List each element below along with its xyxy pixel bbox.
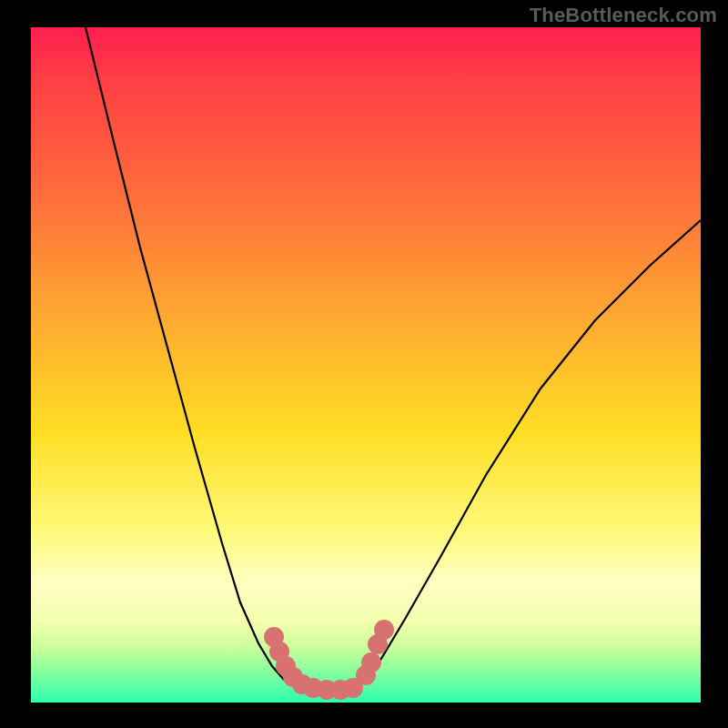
floor-marker [374, 620, 394, 640]
floor-marker [361, 652, 381, 672]
bottleneck-curve [86, 27, 701, 692]
plot-area [31, 27, 701, 703]
chart-frame: TheBottleneck.com [0, 0, 728, 728]
watermark-text: TheBottleneck.com [530, 4, 717, 27]
floor-marker-group [264, 620, 394, 700]
curve-layer [31, 27, 701, 703]
